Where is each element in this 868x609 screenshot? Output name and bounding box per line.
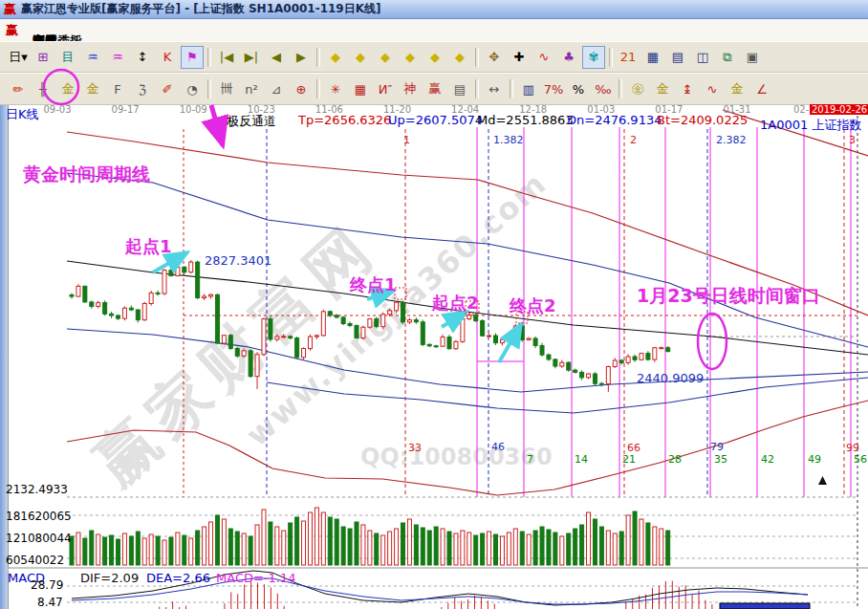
info-list-icon[interactable]: 目 — [56, 46, 79, 69]
golden-section-icon[interactable]: 金 — [81, 77, 104, 100]
angle-tool-icon[interactable]: ⊿ — [265, 77, 288, 100]
percent-icon[interactable]: % — [567, 77, 590, 100]
diamond-right-icon[interactable]: ◆ — [349, 46, 372, 69]
app-icon: 赢 — [4, 3, 16, 15]
cycle-bottom-label: 56 — [854, 453, 867, 466]
width-span-icon[interactable]: ↔ — [483, 77, 506, 100]
calendar-21-icon[interactable]: 21 — [617, 46, 640, 69]
gold-lines-icon[interactable]: 金 — [651, 77, 674, 100]
wave-3-icon[interactable]: ♒ — [81, 46, 104, 69]
brain-icon[interactable]: ✾ — [582, 46, 605, 69]
gann-fan-icon[interactable]: ⊕ — [290, 77, 313, 100]
date-tick: 10-09 — [177, 104, 209, 115]
macd-value: MACD=-1.14 — [216, 571, 296, 585]
gold-underline-icon[interactable]: 金 — [726, 77, 749, 100]
golden-cycle-icon[interactable]: 金 — [56, 77, 79, 100]
toolbar-separator — [207, 79, 211, 98]
cycle-bottom-label: 21 — [622, 453, 636, 466]
cycle-bottom-label: 28 — [668, 453, 682, 466]
annotation-start1: 起点1 — [125, 235, 172, 258]
crosshair-icon[interactable]: ✚ — [508, 46, 531, 69]
cycle-bottom-label: 79 — [710, 441, 724, 453]
percent-levels-icon[interactable]: ‰ — [592, 77, 615, 100]
toolbar-gann: ✏╫金金Fℨ✐◔卌n²⊿⊕✳▦И″神赢▤↔▥7%%‰㊎金↨∿金∠ — [0, 73, 868, 105]
volume-profile-icon[interactable]: ▥ — [517, 77, 540, 100]
cycle-bottom-label: 46 — [491, 441, 505, 453]
annotation-start2: 起点2 — [432, 292, 479, 315]
toolbar-main: 日▾⊞目♒♒↕K⚑|◀▶|◀▶◆◆◆◆◆◆✥✚∿♣✾21▦▤◫⧉▣ — [0, 41, 868, 73]
wave-mark-icon[interactable]: И″ — [374, 77, 397, 100]
gann-box-icon[interactable]: ▦ — [349, 77, 372, 100]
macd-dea: DEA=2.66 — [146, 571, 210, 585]
diamond-star-icon[interactable]: ◆ — [423, 46, 446, 69]
gann-grid-icon[interactable]: ╫ — [32, 77, 54, 100]
calculator-icon[interactable]: ▦ — [641, 46, 664, 69]
annotation-golden-cycle: 黄金时间周期线 — [23, 163, 150, 187]
pencil-red-icon[interactable]: ✐ — [156, 77, 179, 100]
clock-cycle-icon[interactable]: ◔ — [181, 77, 204, 100]
ruler-123-icon[interactable]: ▤ — [448, 77, 471, 100]
notes-icon[interactable]: ▤ — [666, 46, 689, 69]
diamond-left-icon[interactable]: ◆ — [324, 46, 347, 69]
brush-red-icon[interactable]: ✏ — [7, 77, 30, 100]
candle-tool-icon[interactable]: ↕ — [131, 46, 154, 69]
diamond-cross-icon[interactable]: ◆ — [399, 46, 422, 69]
window-title: 赢家江恩专业版[赢家服务平台] - [上证指数 SH1A0001-119日K线] — [21, 1, 381, 17]
dual-screen-icon[interactable]: ⧉ — [716, 46, 739, 69]
prev-bar-icon[interactable]: ◀ — [265, 46, 288, 69]
channel-tp: Tp=2656.6326 — [298, 113, 391, 127]
volume-scale-label: 60540022 — [6, 554, 63, 567]
pan-hand-icon[interactable]: ✥ — [483, 46, 506, 69]
spiral-icon[interactable]: ℨ — [131, 77, 154, 100]
toolbar-separator — [207, 48, 211, 67]
volume-scale-label: 181620065 — [6, 510, 63, 523]
channel-name: 极反通道 — [227, 113, 276, 130]
cycle-top-label: 2 — [630, 134, 637, 146]
toolbar-separator — [475, 48, 479, 67]
color-flag-icon[interactable]: ⚑ — [181, 46, 204, 69]
toolbar-separator — [618, 79, 622, 98]
gold-circle-icon[interactable]: ㊎ — [626, 77, 649, 100]
diamond-plus-icon[interactable]: ◆ — [448, 46, 471, 69]
wave-fit-icon[interactable]: ∿ — [701, 77, 724, 100]
hat-icon[interactable]: ♣ — [557, 46, 580, 69]
printer-icon[interactable]: ▣ — [741, 46, 764, 69]
channel-dn: Dn=2476.9134 — [567, 113, 662, 127]
period-day-dropdown[interactable]: 日▾ — [7, 46, 30, 69]
ying-tool-icon[interactable]: 赢 — [423, 77, 446, 100]
diamond-hspan-icon[interactable]: ◆ — [374, 46, 397, 69]
n-square-icon[interactable]: n² — [240, 77, 263, 100]
wave-9-icon[interactable]: ♒ — [106, 46, 129, 69]
current-date-badge: 2019-02-26 — [810, 104, 868, 115]
title-bar[interactable]: 赢 赢家江恩专业版[赢家服务平台] - [上证指数 SH1A0001-119日K… — [0, 0, 868, 19]
cycle-bottom-label: 42 — [761, 453, 774, 466]
cycle-top-label: 1 — [403, 134, 410, 146]
star-cycle-icon[interactable]: ✳ — [324, 77, 347, 100]
macd-scale-1: 28.79 — [31, 578, 63, 592]
app-icon-small: 赢 — [6, 22, 18, 39]
toolbar-separator — [475, 79, 479, 98]
save-disk-icon[interactable]: ◫ — [691, 46, 714, 69]
date-tick: 09-03 — [41, 104, 74, 115]
fibonacci-icon[interactable]: F — [106, 77, 129, 100]
price-axis-bottom: 2132.4933 — [6, 483, 63, 496]
toolbar-separator — [316, 48, 320, 67]
menu-bar: 赢 文件浏览资讯江恩公式选股设置工具窗口交易委托帮助 — [0, 19, 868, 42]
channel-md: Md=2551.8863 — [477, 113, 574, 127]
next-bar-icon[interactable]: ▶ — [290, 46, 313, 69]
cycle-bottom-label: 33 — [408, 442, 422, 454]
macd-dif: DIF=2.09 — [80, 571, 139, 585]
grid-window-icon[interactable]: ⊞ — [32, 46, 54, 69]
shen-tool-icon[interactable]: 神 — [399, 77, 422, 100]
macd-scale-2: 8.47 — [37, 596, 63, 609]
cycle-bottom-label: 35 — [714, 453, 727, 466]
trend-check-icon[interactable]: ∿ — [532, 46, 555, 69]
last-bar-icon[interactable]: ▶| — [240, 46, 263, 69]
compare-icon[interactable]: K — [156, 46, 179, 69]
cycle-bottom-label: 14 — [575, 453, 588, 466]
price-marker-icon[interactable]: ↨ — [676, 77, 699, 100]
first-bar-icon[interactable]: |◀ — [215, 46, 238, 69]
angle-line-icon[interactable]: ∠ — [750, 77, 773, 100]
percent-line-icon[interactable]: 7% — [542, 77, 565, 100]
ruler-lines-icon[interactable]: 卌 — [215, 77, 238, 100]
